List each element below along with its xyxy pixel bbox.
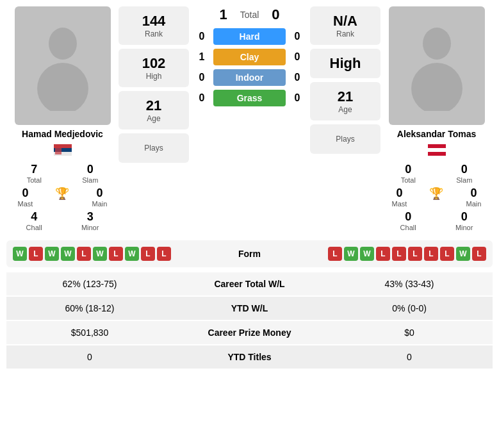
left-form-badge-8: L <box>141 247 155 261</box>
left-age-value: 21 <box>122 97 186 114</box>
left-form-badge-5: W <box>93 247 107 261</box>
left-form-badge-7: W <box>125 247 139 261</box>
right-main-label: Main <box>466 200 482 208</box>
right-form-badge-1: W <box>344 247 358 261</box>
right-plays-label: Plays <box>313 135 377 144</box>
left-mast-value: 0 <box>22 187 28 200</box>
stats-center-0: Career Total W/L <box>199 279 301 289</box>
right-form-badge-0: L <box>328 247 342 261</box>
left-chall-label: Chall <box>26 224 42 231</box>
right-high-value: High <box>313 55 377 72</box>
surface-row-clay: 1 Clay 0 <box>195 49 304 65</box>
svg-point-7 <box>411 63 462 111</box>
stats-left-0: 62% (123-75) <box>19 279 160 289</box>
left-high-label: High <box>122 72 186 81</box>
right-form-badge-6: L <box>424 247 438 261</box>
left-player-avatar <box>15 6 111 125</box>
left-mast-label: Mast <box>18 200 33 208</box>
svg-point-0 <box>49 28 77 60</box>
right-form-badge-4: L <box>392 247 406 261</box>
stats-center-2: Career Prize Money <box>199 328 301 338</box>
left-form-badge-9: L <box>157 247 171 261</box>
right-form-badge-5: L <box>408 247 422 261</box>
stats-row-2: $501,830 Career Prize Money $0 <box>6 321 493 345</box>
left-age-box: 21 Age <box>119 91 189 129</box>
right-chall-label: Chall <box>400 224 416 231</box>
stats-left-1: 60% (18-12) <box>19 303 160 313</box>
left-rank-value: 144 <box>122 13 186 29</box>
right-slam-label: Slam <box>456 176 472 184</box>
right-form-badge-9: L <box>472 247 486 261</box>
surface-right-score: 0 <box>291 92 304 104</box>
stats-left-2: $501,830 <box>19 328 160 338</box>
left-form-badge-4: L <box>77 247 91 261</box>
left-high-value: 102 <box>122 55 186 72</box>
right-form-badges: LWWLLLLLWL <box>328 247 486 261</box>
surface-right-score: 0 <box>291 51 304 63</box>
right-player-stats: 0 Total 0 Slam 0 Mast 🏆 <box>380 163 493 234</box>
stats-right-3: 0 <box>339 352 480 362</box>
right-high-box: High <box>310 49 380 78</box>
right-total-value: 0 <box>405 163 411 176</box>
left-player-flag <box>54 144 72 158</box>
right-form-badge-7: L <box>440 247 454 261</box>
left-minor-value: 3 <box>87 210 94 224</box>
left-stats-panel: 144 Rank 102 High 21 Age Plays <box>119 6 189 167</box>
stats-center-3: YTD Titles <box>199 352 301 362</box>
right-player-avatar <box>389 6 485 125</box>
right-player-flag <box>428 144 446 158</box>
right-plays-box: Plays <box>310 124 380 154</box>
left-form-badge-1: L <box>29 247 43 261</box>
right-mast-label: Mast <box>392 200 407 208</box>
surface-badge-indoor: Indoor <box>213 69 286 86</box>
left-total-label: Total <box>27 176 42 184</box>
center-match-section: 1 Total 0 0 Hard 0 1 Clay 0 0 Indoor 0 0… <box>189 6 310 110</box>
left-minor-label: Minor <box>81 224 99 231</box>
stats-row-1: 60% (18-12) YTD W/L 0% (0-0) <box>6 297 493 321</box>
svg-point-1 <box>37 63 88 111</box>
stats-row-3: 0 YTD Titles 0 <box>6 345 493 370</box>
stats-center-1: YTD W/L <box>199 303 301 313</box>
svg-rect-5 <box>55 145 61 154</box>
left-form-badge-0: W <box>13 247 27 261</box>
stats-right-2: $0 <box>339 328 480 338</box>
right-match-score: 0 <box>272 6 279 23</box>
left-match-score: 1 <box>219 6 227 23</box>
left-plays-label: Plays <box>122 144 186 153</box>
right-form-badge-3: L <box>376 247 390 261</box>
left-plays-box: Plays <box>119 133 189 163</box>
form-label: Form <box>238 249 261 259</box>
left-player-name: Hamad Medjedovic <box>22 129 103 139</box>
left-form-badge-2: W <box>45 247 59 261</box>
left-total-value: 7 <box>31 163 37 176</box>
top-section: Hamad Medjedovic 7 Total 0 <box>6 6 493 234</box>
left-main-label: Main <box>92 200 108 208</box>
right-chall-value: 0 <box>405 210 411 224</box>
surface-left-score: 0 <box>195 92 208 104</box>
surface-right-score: 0 <box>291 72 304 83</box>
right-slam-value: 0 <box>461 163 468 176</box>
svg-point-6 <box>423 28 451 60</box>
left-player-stats: 7 Total 0 Slam 0 Mast 🏆 <box>6 163 119 234</box>
left-high-box: 102 High <box>119 49 189 87</box>
stats-table: 62% (123-75) Career Total W/L 43% (33-43… <box>6 272 493 370</box>
right-total-label: Total <box>401 176 416 184</box>
stats-right-1: 0% (0-0) <box>339 303 480 313</box>
left-rank-box: 144 Rank <box>119 6 189 45</box>
left-main-value: 0 <box>96 187 102 200</box>
left-form-badges: WLWWLWLWLL <box>13 247 171 261</box>
right-age-label: Age <box>313 105 377 114</box>
right-form-badge-8: W <box>456 247 470 261</box>
right-rank-value: N/A <box>313 13 377 29</box>
right-age-box: 21 Age <box>310 82 380 120</box>
match-header: 1 Total 0 <box>195 6 304 23</box>
stats-right-0: 43% (33-43) <box>339 279 480 289</box>
right-rank-label: Rank <box>313 29 377 38</box>
svg-rect-9 <box>428 148 446 152</box>
left-slam-value: 0 <box>87 163 94 176</box>
surface-row-grass: 0 Grass 0 <box>195 90 304 106</box>
right-player-card: Aleksandar Tomas 0 Total 0 Slam <box>380 6 493 234</box>
left-slam-label: Slam <box>82 176 98 184</box>
right-age-value: 21 <box>313 88 377 105</box>
left-form-badge-3: W <box>61 247 75 261</box>
